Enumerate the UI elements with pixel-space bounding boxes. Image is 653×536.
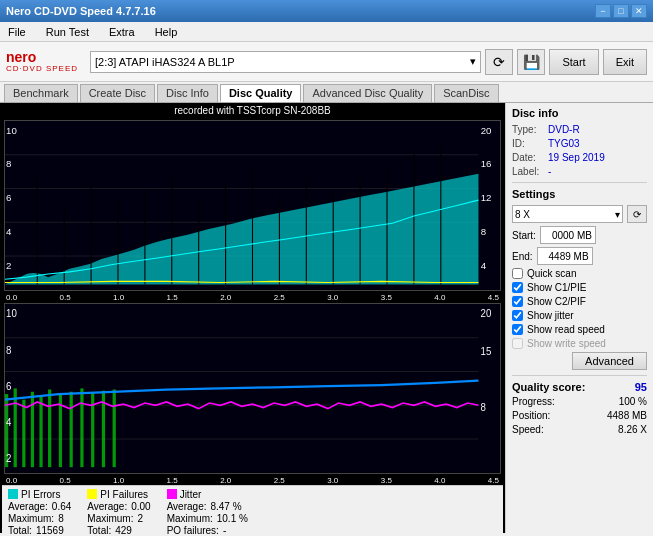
settings-title: Settings	[512, 188, 647, 200]
show-c2-row: Show C2/PIF	[512, 296, 647, 307]
disc-info-title: Disc info	[512, 107, 647, 119]
jitter-color-dot	[167, 489, 177, 499]
advanced-button[interactable]: Advanced	[572, 352, 647, 370]
svg-text:20: 20	[481, 125, 492, 136]
main-content: recorded with TSSTcorp SN-208BB	[0, 103, 653, 533]
pi-errors-maximum-label: Maximum:	[8, 513, 54, 524]
svg-text:12: 12	[481, 192, 492, 203]
end-mb-input[interactable]	[537, 247, 593, 265]
drive-selector[interactable]: [2:3] ATAPI iHAS324 A BL1P ▾	[90, 51, 481, 73]
charts-container: 20 16 12 8 4 10 8 6 4 2 0.0 0.5 1.0	[2, 105, 503, 485]
exit-button[interactable]: Exit	[603, 49, 647, 75]
svg-text:2: 2	[6, 260, 11, 271]
position-row: Position: 4488 MB	[512, 410, 647, 421]
show-read-speed-row: Show read speed	[512, 324, 647, 335]
jitter-po-failures-value: -	[223, 525, 226, 536]
svg-rect-40	[39, 396, 42, 467]
pi-failures-color-dot	[87, 489, 97, 499]
svg-text:10: 10	[6, 125, 17, 136]
show-c2-pif-checkbox[interactable]	[512, 296, 523, 307]
menu-bar: File Run Test Extra Help	[0, 22, 653, 42]
show-jitter-row: Show jitter	[512, 310, 647, 321]
pi-failures-label: PI Failures	[100, 489, 148, 500]
close-button[interactable]: ✕	[631, 4, 647, 18]
tab-scan-disc[interactable]: ScanDisc	[434, 84, 498, 102]
jitter-average-label: Average:	[167, 501, 207, 512]
jitter-maximum-label: Maximum:	[167, 513, 213, 524]
top-chart-x-axis: 0.0 0.5 1.0 1.5 2.0 2.5 3.0 3.5 4.0 4.5	[2, 293, 503, 302]
svg-text:4: 4	[6, 226, 12, 237]
right-panel: Disc info Type: DVD-R ID: TYG03 Date: 19…	[505, 103, 653, 533]
tab-disc-quality[interactable]: Disc Quality	[220, 84, 302, 102]
show-read-speed-checkbox[interactable]	[512, 324, 523, 335]
quality-score-row: Quality score: 95	[512, 381, 647, 393]
pi-failures-maximum-value: 2	[137, 513, 143, 524]
svg-text:10: 10	[6, 308, 17, 319]
tab-benchmark[interactable]: Benchmark	[4, 84, 78, 102]
window-controls: − □ ✕	[595, 4, 647, 18]
quality-score-value: 95	[635, 381, 647, 393]
nero-logo-text: nero	[6, 50, 36, 64]
speed-combo[interactable]: 8 X ▾	[512, 205, 623, 223]
menu-extra[interactable]: Extra	[105, 24, 139, 40]
tab-advanced-disc-quality[interactable]: Advanced Disc Quality	[303, 84, 432, 102]
svg-text:16: 16	[481, 159, 492, 170]
show-c1-pie-checkbox[interactable]	[512, 282, 523, 293]
jitter-average-value: 8.47 %	[210, 501, 241, 512]
bottom-chart: 20 15 8 10 8 6 4 2	[4, 303, 501, 474]
end-mb-row: End:	[512, 247, 647, 265]
show-jitter-checkbox[interactable]	[512, 310, 523, 321]
svg-text:4: 4	[6, 416, 12, 427]
window-title: Nero CD-DVD Speed 4.7.7.16	[6, 5, 156, 17]
progress-value: 100 %	[619, 396, 647, 407]
start-mb-input[interactable]	[540, 226, 596, 244]
bottom-chart-x-axis: 0.0 0.5 1.0 1.5 2.0 2.5 3.0 3.5 4.0 4.5	[2, 476, 503, 485]
svg-text:15: 15	[481, 345, 492, 356]
svg-rect-44	[80, 388, 83, 467]
show-write-speed-row: Show write speed	[512, 338, 647, 349]
disc-type-label: Type:	[512, 124, 544, 135]
tab-create-disc[interactable]: Create Disc	[80, 84, 155, 102]
save-button[interactable]: 💾	[517, 49, 545, 75]
refresh-button[interactable]: ⟳	[485, 49, 513, 75]
title-bar: Nero CD-DVD Speed 4.7.7.16 − □ ✕	[0, 0, 653, 22]
quick-scan-checkbox[interactable]	[512, 268, 523, 279]
svg-rect-43	[70, 392, 73, 467]
start-button[interactable]: Start	[549, 49, 598, 75]
position-value: 4488 MB	[607, 410, 647, 421]
pi-errors-average-value: 0.64	[52, 501, 71, 512]
toolbar: nero CD·DVD SPEED [2:3] ATAPI iHAS324 A …	[0, 42, 653, 82]
top-chart: 20 16 12 8 4 10 8 6 4 2	[4, 120, 501, 291]
pi-errors-stat: PI Errors Average: 0.64 Maximum: 8 Total…	[8, 489, 71, 536]
pi-errors-average-label: Average:	[8, 501, 48, 512]
nero-logo-sub: CD·DVD SPEED	[6, 64, 78, 73]
disc-label-label: Label:	[512, 166, 544, 177]
disc-label-row: Label: -	[512, 166, 647, 177]
menu-run-test[interactable]: Run Test	[42, 24, 93, 40]
svg-text:8: 8	[481, 402, 487, 413]
pi-failures-average-label: Average:	[87, 501, 127, 512]
speed-result-row: Speed: 8.26 X	[512, 424, 647, 435]
svg-text:8: 8	[481, 226, 486, 237]
quick-scan-row: Quick scan	[512, 268, 647, 279]
pi-failures-average-value: 0.00	[131, 501, 150, 512]
maximize-button[interactable]: □	[613, 4, 629, 18]
pi-failures-maximum-label: Maximum:	[87, 513, 133, 524]
minimize-button[interactable]: −	[595, 4, 611, 18]
disc-label-value: -	[548, 166, 551, 177]
speed-refresh-icon[interactable]: ⟳	[627, 205, 647, 223]
menu-help[interactable]: Help	[151, 24, 182, 40]
end-mb-label: End:	[512, 251, 533, 262]
pi-failures-total-value: 429	[115, 525, 132, 536]
speed-result-label: Speed:	[512, 424, 544, 435]
chart-area: recorded with TSSTcorp SN-208BB	[0, 103, 505, 533]
show-write-speed-checkbox[interactable]	[512, 338, 523, 349]
position-label: Position:	[512, 410, 550, 421]
show-c2-pif-label: Show C2/PIF	[527, 296, 586, 307]
quick-scan-label: Quick scan	[527, 268, 576, 279]
progress-row: Progress: 100 %	[512, 396, 647, 407]
menu-file[interactable]: File	[4, 24, 30, 40]
tab-disc-info[interactable]: Disc Info	[157, 84, 218, 102]
pi-errors-total-value: 11569	[36, 525, 64, 536]
pi-failures-total-label: Total:	[87, 525, 111, 536]
